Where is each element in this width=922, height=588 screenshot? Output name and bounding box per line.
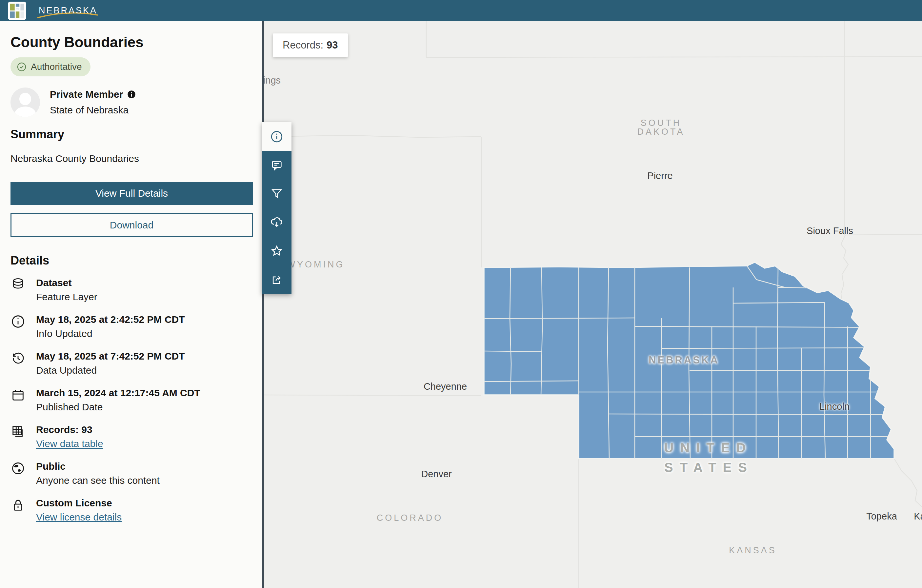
- download-layer-button[interactable]: [262, 208, 291, 237]
- detail-title: May 18, 2025 at 2:42:52 PM CDT: [36, 313, 185, 327]
- brand-title[interactable]: NEBRASKA: [39, 6, 97, 16]
- records-label: Records:: [283, 39, 323, 51]
- detail-title: May 18, 2025 at 7:42:52 PM CDT: [36, 350, 185, 363]
- detail-title: Records: 93: [36, 423, 103, 436]
- member-info-icon[interactable]: [127, 90, 136, 99]
- map-label-united: UNITED: [664, 441, 752, 455]
- basemap: [264, 21, 922, 588]
- info-icon: [10, 314, 26, 329]
- page-title: County Boundaries: [10, 34, 251, 51]
- authoritative-badge: Authoritative: [10, 57, 90, 76]
- detail-row-data-updated: May 18, 2025 at 7:42:52 PM CDT Data Upda…: [10, 350, 251, 378]
- detail-row-license: Custom License View license details: [10, 496, 251, 525]
- detail-subtitle: Data Updated: [36, 363, 185, 377]
- detail-title: Dataset: [36, 276, 97, 290]
- map-label-states: STATES: [664, 460, 754, 475]
- details-side-panel: County Boundaries Authoritative Private …: [0, 21, 264, 588]
- avatar: [10, 88, 40, 117]
- check-circle-icon: [16, 62, 27, 72]
- view-license-details-link[interactable]: View license details: [36, 512, 122, 523]
- owner-block: Private Member State of Nebraska: [10, 88, 251, 117]
- map-label-billings: llings: [264, 75, 281, 86]
- map-label-pierre: Pierre: [647, 170, 672, 181]
- lock-icon: [10, 498, 26, 513]
- map-label-sioux-falls: Sioux Falls: [807, 225, 853, 236]
- site-header: NEBRASKA: [0, 0, 922, 21]
- info-panel-button[interactable]: [262, 122, 291, 151]
- comments-button[interactable]: [262, 151, 291, 179]
- detail-row-records: Records: 93 View data table: [10, 423, 251, 452]
- detail-row-published: March 15, 2024 at 12:17:45 AM CDT Publis…: [10, 386, 251, 415]
- detail-row-dataset: Dataset Feature Layer: [10, 276, 251, 305]
- badge-label: Authoritative: [31, 62, 82, 72]
- map-label-cheyenne: Cheyenne: [423, 381, 467, 392]
- records-value: 93: [327, 39, 338, 51]
- cloud-download-icon: [270, 216, 284, 229]
- detail-subtitle: Published Date: [36, 400, 200, 414]
- favorite-button[interactable]: [262, 237, 291, 266]
- calendar-icon: [10, 387, 26, 402]
- detail-title: March 15, 2024 at 12:17:45 AM CDT: [36, 386, 200, 400]
- download-button[interactable]: Download: [10, 213, 253, 237]
- map-label-nebraska: NEBRASKA: [649, 354, 719, 366]
- filter-icon: [270, 187, 283, 200]
- details-heading: Details: [10, 254, 251, 268]
- owner-org: State of Nebraska: [50, 105, 136, 116]
- share-export-icon: [270, 273, 283, 286]
- owner-label: Private Member: [50, 89, 123, 100]
- summary-heading: Summary: [10, 127, 251, 141]
- map-label-wyoming: WYOMING: [287, 260, 345, 270]
- share-button[interactable]: [262, 266, 291, 294]
- database-icon: [10, 277, 26, 292]
- view-full-details-button[interactable]: View Full Details: [10, 182, 253, 205]
- detail-title: Custom License: [36, 496, 122, 510]
- detail-subtitle: Info Updated: [36, 327, 185, 341]
- info-icon: [270, 130, 284, 144]
- view-data-table-link[interactable]: View data table: [36, 438, 103, 449]
- history-icon: [10, 351, 26, 366]
- globe-icon: [10, 461, 26, 476]
- star-icon: [270, 244, 284, 258]
- records-count-card: Records: 93: [273, 33, 348, 57]
- detail-title: Public: [36, 459, 160, 473]
- detail-row-public: Public Anyone can see this content: [10, 459, 251, 488]
- nebraska-logo-icon[interactable]: [8, 2, 26, 20]
- map-canvas[interactable]: llings SOUTH DAKOTA Pierre Sioux Falls W…: [264, 21, 922, 588]
- map-label-colorado: COLORADO: [377, 513, 443, 523]
- map-label-denver: Denver: [421, 469, 452, 480]
- map-label-lincoln: Lincoln: [819, 401, 850, 412]
- details-list: Dataset Feature Layer May 18, 2025 at 2:…: [10, 276, 251, 525]
- map-side-toolbar: [262, 122, 291, 294]
- comment-icon: [270, 158, 283, 172]
- detail-subtitle: Anyone can see this content: [36, 473, 160, 488]
- detail-row-info-updated: May 18, 2025 at 2:42:52 PM CDT Info Upda…: [10, 313, 251, 341]
- summary-text: Nebraska County Boundaries: [10, 153, 251, 164]
- map-label-south-dakota-2: DAKOTA: [637, 127, 685, 137]
- map-label-kansas: KANSAS: [729, 546, 777, 555]
- detail-subtitle: Feature Layer: [36, 290, 97, 304]
- map-label-topeka: Topeka: [866, 511, 897, 522]
- map-label-kansas-city-partial: Ka: [914, 511, 922, 522]
- filter-button[interactable]: [262, 180, 291, 208]
- table-icon: [10, 424, 26, 439]
